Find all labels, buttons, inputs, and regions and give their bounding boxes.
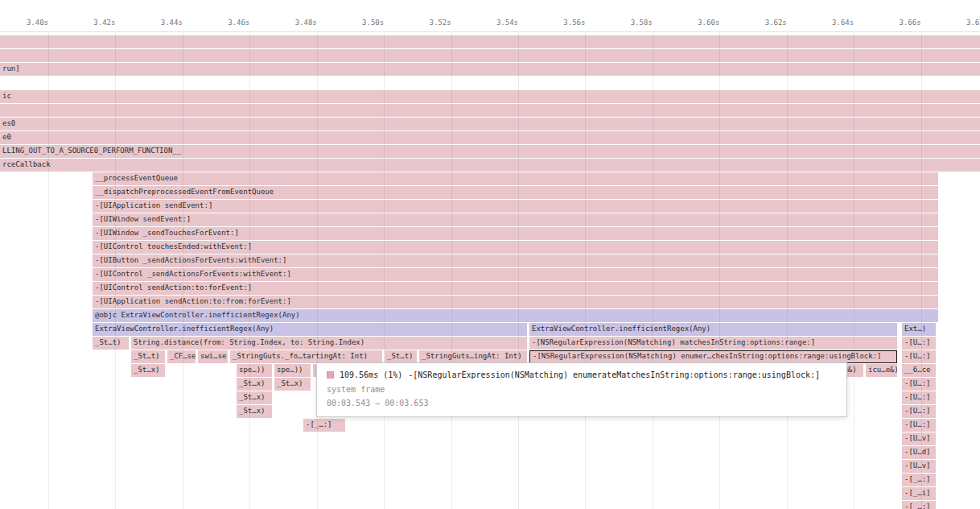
flame-frame[interactable]: _St…x) <box>237 405 272 418</box>
time-tick-label: 3.44s <box>138 19 183 27</box>
flame-frame[interactable]: -[UIButton _sendActionsForEvents:withEve… <box>93 254 938 267</box>
tooltip-time-range: 00:03.543 — 00:03.653 <box>327 396 837 410</box>
flame-frame[interactable] <box>0 104 980 117</box>
flame-frame[interactable]: -[U…:] <box>902 378 936 391</box>
time-tick-label: 3.60s <box>674 19 719 27</box>
flame-frame[interactable]: _St…x) <box>237 378 272 391</box>
flame-chart-view[interactable]: 3.40s3.42s3.44s3.46s3.48s3.50s3.52s3.54s… <box>0 0 980 509</box>
time-tick-label: 3.48s <box>272 19 317 27</box>
flame-frame[interactable]: run] <box>0 63 980 76</box>
flame-frame-selected[interactable]: -[NSRegularExpression(NSMatching) enumer… <box>529 350 897 363</box>
time-tick-label: 3.40s <box>3 19 48 27</box>
flame-frame[interactable]: -[U…:] <box>902 350 936 363</box>
flame-frame[interactable]: rceCallback <box>0 159 980 172</box>
flame-frame[interactable]: -[_…:] <box>902 474 936 486</box>
flame-frame[interactable]: -[U…v] <box>902 460 936 473</box>
tooltip-duration: 109.56ms (1%) <box>340 370 402 379</box>
flame-frame[interactable]: swi…se <box>198 350 228 363</box>
frame-tooltip: 109.56ms (1%)-[NSRegularExpression(NSMat… <box>316 362 847 417</box>
tooltip-title: 109.56ms (1%)-[NSRegularExpression(NSMat… <box>327 368 837 383</box>
time-tick-label: 3.46s <box>204 19 249 27</box>
flame-frame[interactable]: _StringGuts._fo…tartingAt: Int) <box>230 350 382 363</box>
time-tick-label: 3.58s <box>607 19 653 27</box>
flame-frame[interactable]: _St…t) <box>131 350 165 363</box>
flame-frame[interactable]: ExtraViewController.inefficientRegex(Any… <box>93 323 527 336</box>
flame-frame[interactable]: spe…)) <box>237 364 272 377</box>
flame-frame[interactable]: String.distance(from: String.Index, to: … <box>131 337 527 350</box>
flame-frame[interactable]: es0 <box>0 118 980 130</box>
tooltip-frame-kind: system frame <box>327 383 837 396</box>
time-tick-label: 3.50s <box>339 19 384 27</box>
flame-frame[interactable]: _St…t) <box>93 337 129 350</box>
flame-frame[interactable] <box>0 49 980 62</box>
time-ruler[interactable]: 3.40s3.42s3.44s3.46s3.48s3.50s3.52s3.54s… <box>0 0 980 32</box>
frame-color-swatch-icon <box>327 371 334 379</box>
flame-frame[interactable]: -[U…:] <box>902 419 936 432</box>
flame-frame[interactable]: -[U…:] <box>902 405 936 418</box>
time-tick-label: 3.52s <box>406 19 451 27</box>
time-tick-label: 3.68s <box>943 19 980 27</box>
flame-frame[interactable]: ExtraViewController.inefficientRegex(Any… <box>529 323 897 336</box>
flame-frame[interactable]: __dispatchPreprocessedEventFromEventQueu… <box>93 186 938 199</box>
flame-frame[interactable]: spe…)) <box>274 364 311 377</box>
flame-frame[interactable]: __processEventQueue <box>93 172 938 185</box>
flame-frame[interactable]: -[UIWindow sendEvent:] <box>93 213 938 226</box>
flame-frame[interactable]: __6…ce <box>902 364 936 377</box>
flame-frame[interactable]: -[UIControl _sendActionsForEvents:withEv… <box>93 268 938 281</box>
time-tick-label: 3.56s <box>540 19 585 27</box>
flame-frame[interactable]: -[UIControl touchesEnded:withEvent:] <box>93 241 938 254</box>
time-tick-label: 3.42s <box>70 19 115 27</box>
time-tick-label: 3.66s <box>876 19 921 27</box>
flame-frame[interactable]: -[U…:] <box>902 391 936 404</box>
flame-frame[interactable]: _St…x) <box>131 364 165 377</box>
time-tick-label: 3.62s <box>742 19 787 27</box>
tooltip-symbol: -[NSRegularExpression(NSMatching) enumer… <box>408 370 820 379</box>
flame-frame[interactable]: -[U…:] <box>902 337 936 350</box>
flame-frame[interactable]: icu…e&) <box>866 364 897 377</box>
flame-frame[interactable]: -[U…v] <box>902 432 936 445</box>
flame-frame[interactable]: _St…t) <box>385 350 417 363</box>
flame-frame[interactable]: -[UIWindow _sendTouchesForEvent:] <box>93 227 938 240</box>
flame-frame[interactable]: _St…x) <box>237 391 272 404</box>
flame-frame[interactable]: _StringGuts…ingAt: Int) <box>419 350 527 363</box>
flame-frame[interactable]: -[UIApplication sendAction:to:from:forEv… <box>93 296 938 308</box>
flame-frame[interactable]: e0 <box>0 131 980 144</box>
flame-frame[interactable]: -[NSRegularExpression(NSMatching) matche… <box>529 337 897 350</box>
time-tick-label: 3.54s <box>473 19 518 27</box>
flame-frame[interactable]: ic <box>0 90 980 103</box>
flame-frame[interactable]: _CF…se <box>167 350 196 363</box>
flame-frame[interactable] <box>0 35 980 48</box>
flame-frame[interactable]: _St…x) <box>274 378 311 391</box>
flame-frame[interactable]: -[_…:] <box>902 501 936 509</box>
flame-frame[interactable]: Ext…) <box>902 323 936 336</box>
time-tick-label: 3.64s <box>809 19 854 27</box>
flame-frame[interactable]: -[UIControl sendAction:to:forEvent:] <box>93 282 938 295</box>
flame-frame[interactable]: @objc ExtraViewController.inefficientReg… <box>93 309 938 322</box>
flame-frame[interactable]: -[U…d] <box>902 446 936 459</box>
flame-frame[interactable]: -[_…:] <box>303 419 345 432</box>
flame-frame[interactable]: -[UIApplication sendEvent:] <box>93 200 938 213</box>
flame-frame[interactable]: -[_…i] <box>902 487 936 500</box>
flame-frame[interactable]: LLING_OUT_TO_A_SOURCE0_PERFORM_FUNCTION_… <box>0 145 980 158</box>
